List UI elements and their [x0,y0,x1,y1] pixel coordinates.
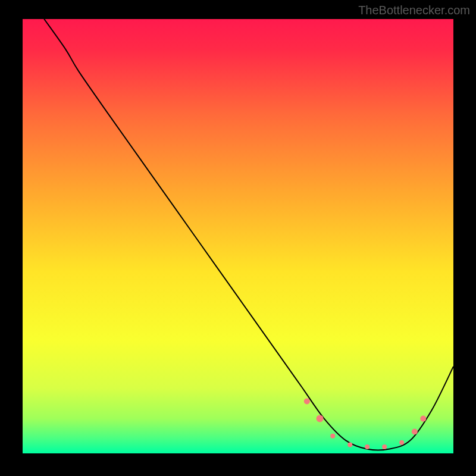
marker-dot [382,444,387,449]
chart-frame [23,19,453,453]
marker-dot [330,434,335,439]
chart-plot [23,19,453,453]
marker-dot [365,444,369,449]
marker-dot [317,415,324,422]
marker-dot [304,398,310,404]
marker-dot [347,442,352,447]
marker-dot [412,429,418,435]
watermark-text: TheBottlenecker.com [358,4,470,17]
marker-dot [420,416,426,422]
marker-dot [399,440,404,445]
